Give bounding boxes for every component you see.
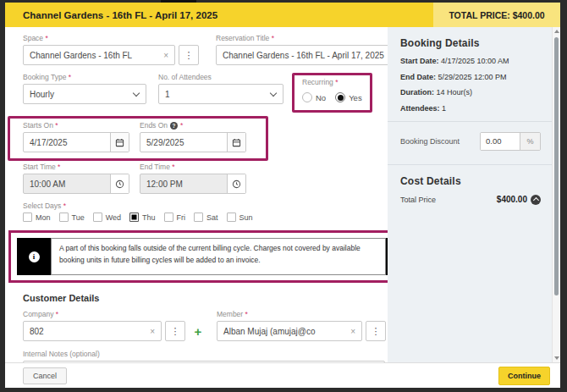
clock-icon — [110, 174, 129, 193]
company-label: Company — [23, 310, 206, 318]
end-time-value: 12:00 PM — [140, 179, 227, 189]
collapse-chevron-icon[interactable] — [531, 195, 541, 205]
ends-on-field: Ends On 5/29/2025 — [140, 121, 246, 152]
recurring-no-radio[interactable]: No — [302, 92, 326, 102]
attendees-summary-value: 1 — [442, 104, 446, 113]
checkbox-icon[interactable] — [23, 213, 32, 222]
day-checkbox-sun[interactable]: Sun — [227, 213, 253, 222]
divider — [388, 164, 552, 165]
day-checkbox-mon[interactable]: Mon — [23, 213, 51, 222]
checkbox-icon[interactable] — [194, 213, 203, 222]
member-value: Alban Mujaj (amujaj@co — [217, 327, 350, 336]
attendees-label: No. of Attendees — [158, 73, 284, 81]
space-label: Space — [23, 34, 199, 42]
radio-icon[interactable] — [302, 92, 312, 102]
clear-icon[interactable] — [150, 327, 161, 336]
booking-form: Space Channel Gardens - 16th FL Reservat… — [5, 27, 388, 362]
scroll-up-icon[interactable] — [554, 30, 559, 33]
recurring-yes-radio[interactable]: Yes — [335, 92, 362, 102]
cost-details-heading: Cost Details — [400, 175, 541, 187]
booking-details-heading: Booking Details — [400, 37, 541, 49]
end-date-row: End Date: 5/29/2025 12:00 PM — [400, 73, 541, 81]
attendees-field: No. of Attendees 1 — [158, 73, 284, 104]
booking-summary-panel: Booking Details Start Date: 4/17/2025 10… — [388, 27, 552, 362]
reservation-title-input[interactable]: Channel Gardens - 16th FL - April 17, 20… — [216, 45, 388, 65]
attendees-select[interactable]: 1 — [158, 84, 284, 104]
duration-row: Duration: 14 Hour(s) — [400, 88, 541, 97]
attendees-value: 1 — [159, 90, 271, 99]
radio-icon[interactable] — [335, 92, 345, 102]
continue-button[interactable]: Continue — [498, 367, 550, 385]
screen-frame: Channel Gardens - 16th FL - April 17, 20… — [0, 0, 567, 392]
end-time-input: 12:00 PM — [140, 174, 246, 194]
company-options-menu-icon[interactable] — [165, 321, 185, 341]
end-date-label: End Date: — [400, 73, 436, 81]
total-price-label: Total Price — [400, 196, 436, 204]
day-label: Fri — [177, 213, 186, 222]
modal-body: Space Channel Gardens - 16th FL Reservat… — [5, 27, 560, 362]
attendees-summary-label: Attendees: — [400, 104, 440, 113]
day-label: Thu — [142, 213, 156, 222]
days-checkbox-group: Mon Tue Wed Thu — [23, 213, 388, 222]
end-date-value: 5/29/2025 12:00 PM — [438, 73, 507, 81]
space-field: Space Channel Gardens - 16th FL — [23, 34, 199, 65]
member-input[interactable]: Alban Mujaj (amujaj@co — [217, 321, 362, 341]
member-field: Member Alban Mujaj (amujaj@co — [217, 310, 388, 341]
checkbox-icon[interactable] — [129, 213, 139, 222]
vertical-scrollbar[interactable] — [552, 27, 560, 362]
calendar-icon[interactable] — [110, 133, 129, 152]
booking-type-value: Hourly — [24, 90, 134, 99]
total-price-value-wrap: $400.00 — [497, 195, 541, 205]
checkbox-icon[interactable] — [227, 213, 236, 222]
end-time-label: End Time — [140, 163, 246, 171]
required-asterisk — [180, 121, 183, 130]
internal-notes-label: Internal Notes (optional) — [23, 350, 388, 358]
duration-value: 14 Hour(s) — [437, 88, 473, 97]
day-checkbox-thu[interactable]: Thu — [129, 213, 156, 222]
billing-alert-text: A part of this booking falls outside of … — [51, 238, 386, 275]
scrollbar-thumb[interactable] — [554, 37, 559, 295]
modal-header: Channel Gardens - 16th FL - April 17, 20… — [5, 3, 560, 27]
company-input[interactable]: 802 — [23, 321, 162, 341]
space-input[interactable]: Channel Gardens - 16th FL — [23, 45, 175, 65]
start-date-label: Start Date: — [400, 57, 439, 65]
day-label: Sun — [239, 213, 253, 222]
day-checkbox-fri[interactable]: Fri — [164, 213, 186, 222]
day-label: Sat — [206, 213, 218, 222]
day-checkbox-tue[interactable]: Tue — [59, 213, 85, 222]
cancel-button[interactable]: Cancel — [23, 367, 67, 384]
day-checkbox-sat[interactable]: Sat — [194, 213, 218, 222]
booking-type-select[interactable]: Hourly — [23, 84, 146, 104]
member-options-menu-icon[interactable] — [366, 321, 386, 341]
company-value: 802 — [24, 327, 150, 336]
billing-alert: A part of this booking falls outside of … — [17, 238, 388, 275]
duration-label: Duration: — [400, 88, 434, 97]
help-icon[interactable] — [170, 122, 178, 130]
chevron-down-icon — [133, 89, 140, 96]
start-time-input: 10:00 AM — [23, 174, 129, 194]
checkbox-icon[interactable] — [164, 213, 173, 222]
booking-discount-input[interactable] — [481, 133, 520, 150]
starts-on-value: 4/17/2025 — [24, 138, 110, 147]
starts-on-input[interactable]: 4/17/2025 — [23, 132, 129, 152]
calendar-icon[interactable] — [227, 133, 245, 152]
recurring-yes-label: Yes — [349, 93, 362, 102]
checkbox-icon[interactable] — [93, 213, 102, 222]
clear-icon[interactable] — [163, 51, 174, 60]
billing-alert-highlight: A part of this booking falls outside of … — [8, 230, 388, 283]
scroll-down-icon[interactable] — [554, 356, 559, 360]
clear-icon[interactable] — [350, 327, 361, 336]
ends-on-input[interactable]: 5/29/2025 — [140, 132, 246, 152]
ends-on-label: Ends On — [140, 121, 246, 130]
day-label: Mon — [36, 213, 51, 222]
chevron-down-icon — [270, 89, 277, 96]
add-company-icon[interactable] — [190, 321, 206, 341]
start-time-value: 10:00 AM — [24, 179, 110, 189]
space-options-menu-icon[interactable] — [179, 45, 199, 65]
checkbox-icon[interactable] — [59, 213, 69, 222]
day-checkbox-wed[interactable]: Wed — [93, 213, 121, 222]
total-price-badge: TOTAL PRICE: $400.00 — [433, 3, 560, 27]
start-date-value: 4/17/2025 10:00 AM — [441, 57, 509, 65]
internal-notes-textarea[interactable] — [23, 361, 385, 362]
recurring-radio-group: No Yes — [302, 89, 362, 106]
